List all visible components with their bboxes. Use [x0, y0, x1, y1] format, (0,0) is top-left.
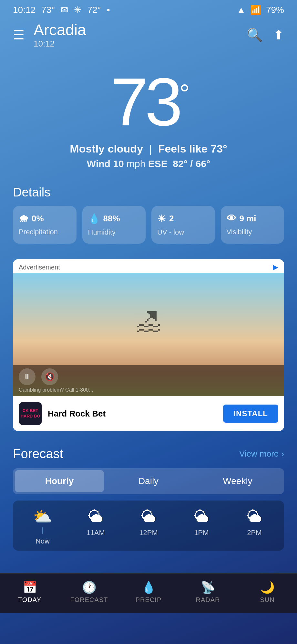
hour-2-time: 12PM: [139, 529, 158, 537]
forecast-icon: 🕐: [82, 581, 97, 594]
feels-like-value: 73°: [210, 143, 227, 155]
nav-sun-label: SUN: [260, 596, 274, 604]
header-icons: 🔍 ⬆: [247, 27, 284, 43]
nav-radar[interactable]: 📡 RADAR: [178, 574, 238, 613]
tab-daily[interactable]: Daily: [104, 470, 193, 492]
advertisement-section: Advertisement ▶ 🏖 ⏸ 🔇 Gambling problem? …: [13, 259, 284, 431]
precipitation-value: 0%: [32, 214, 44, 224]
main-temperature-section: 73° Mostly cloudy | Feels like 73° Wind …: [0, 55, 297, 176]
visibility-value: 9 mi: [240, 214, 256, 224]
sun-icon: 🌙: [260, 581, 275, 594]
chevron-right-icon: ›: [281, 449, 284, 459]
ad-disclaimer: Gambling problem? Call 1-800...: [19, 387, 278, 393]
hour-0-time: Now: [36, 537, 50, 545]
status-temp-right: 72°: [87, 5, 101, 15]
city-name: Arcadia: [34, 21, 86, 39]
ad-label: Advertisement: [19, 264, 60, 271]
forecast-title: Forecast: [13, 447, 63, 461]
dot-icon: •: [107, 5, 110, 15]
search-button[interactable]: 🔍: [247, 27, 263, 43]
view-more-label: View more: [239, 449, 279, 459]
ad-bottom: CK BETHARD BO Hard Rock Bet INSTALL: [13, 396, 284, 431]
precip-icon: 💧: [141, 581, 156, 594]
precipitation-label: Precipitation: [19, 228, 58, 236]
uv-icon: ☀: [157, 213, 166, 224]
condition-text: Mostly cloudy: [70, 143, 143, 155]
temperature-display: 73°: [13, 68, 284, 136]
humidity-top: 💧 88%: [88, 213, 120, 224]
precipitation-icon: 🌧: [19, 213, 28, 224]
wind-dir: ESE: [148, 158, 168, 169]
nav-precip[interactable]: 💧 PRECIP: [119, 574, 178, 613]
ad-pause-button[interactable]: ⏸: [19, 368, 36, 385]
ad-mute-button[interactable]: 🔇: [41, 368, 58, 385]
tab-hourly[interactable]: Hourly: [15, 470, 104, 492]
degree-symbol: °: [179, 79, 187, 108]
uv-value: 2: [169, 214, 174, 224]
high-low-sep: /: [190, 158, 193, 169]
view-more-button[interactable]: View more ›: [239, 449, 284, 459]
hour-0-rain: [42, 527, 43, 534]
temp-high: 82°: [173, 158, 187, 169]
hour-item-4: 🌥 2PM: [228, 508, 281, 545]
precipitation-card: 🌧 0% Precipitation: [13, 206, 77, 244]
nav-sun[interactable]: 🌙 SUN: [238, 574, 297, 613]
weather-wind-range: Wind 10 mph ESE 82° / 66°: [13, 158, 284, 169]
temperature-value: 73: [110, 64, 179, 140]
humidity-icon: 💧: [88, 213, 100, 224]
hour-item-3: 🌥 1PM: [175, 508, 228, 545]
gmail-icon: ✉: [61, 5, 68, 15]
nav-precip-label: PRECIP: [136, 596, 161, 604]
nav-today[interactable]: 📅 TODAY: [0, 574, 59, 613]
header-title: Arcadia 10:12: [34, 21, 86, 49]
temp-low: 66°: [196, 158, 210, 169]
wind-label: Wind: [87, 158, 110, 169]
nav-today-label: TODAY: [18, 596, 41, 604]
humidity-value: 88%: [103, 214, 120, 224]
ad-app-name: Hard Rock Bet: [48, 409, 217, 419]
hour-1-icon: 🌥: [88, 508, 103, 525]
ad-logo: CK BETHARD BO: [19, 402, 42, 425]
signal-icon: 📶: [250, 5, 261, 15]
precipitation-top: 🌧 0%: [19, 213, 44, 224]
hour-0-icon: ⛅: [33, 508, 52, 526]
hour-3-time: 1PM: [194, 529, 209, 537]
ad-choices-icon[interactable]: ▶: [273, 263, 278, 271]
feels-like-label: Feels like: [158, 143, 208, 155]
hour-1-time: 11AM: [86, 529, 105, 537]
share-button[interactable]: ⬆: [273, 27, 284, 43]
details-cards: 🌧 0% Precipitation 💧 88% Humidity ☀ 2 UV…: [13, 206, 284, 244]
local-time: 10:12: [34, 39, 86, 49]
hour-item-0: ⛅ Now: [16, 508, 69, 545]
status-temp-left: 73°: [41, 5, 55, 15]
forecast-section: Forecast View more › Hourly Daily Weekly…: [0, 440, 297, 554]
tab-weekly[interactable]: Weekly: [193, 470, 282, 492]
battery-text: 79%: [266, 5, 284, 15]
today-icon: 📅: [23, 581, 37, 594]
ad-video-controls-overlay: ⏸ 🔇 Gambling problem? Call 1-800...: [13, 365, 284, 396]
wind-speed: 10: [113, 158, 124, 169]
radar-icon: 📡: [201, 581, 215, 594]
uv-card: ☀ 2 UV - low: [151, 206, 215, 244]
status-right: ▲ 📶 79%: [237, 5, 284, 15]
visibility-top: 👁 9 mi: [227, 213, 256, 224]
details-title: Details: [13, 185, 284, 199]
details-section: Details 🌧 0% Precipitation 💧 88% Humidit…: [0, 176, 297, 250]
asterisk-icon: ✳: [74, 5, 81, 15]
hour-3-icon: 🌥: [194, 508, 209, 525]
nav-forecast[interactable]: 🕐 FORECAST: [59, 574, 119, 613]
humidity-label: Humidity: [88, 228, 116, 237]
hourly-forecast-strip: ⛅ Now 🌥 11AM 🌥 12PM 🌥 1PM 🌥 2PM: [13, 501, 284, 551]
visibility-icon: 👁: [227, 213, 236, 224]
hour-4-time: 2PM: [247, 529, 261, 537]
bottom-navigation: 📅 TODAY 🕐 FORECAST 💧 PRECIP 📡 RADAR 🌙 SU…: [0, 573, 297, 613]
ad-header: Advertisement ▶: [13, 259, 284, 273]
wifi-icon: ▲: [237, 5, 246, 15]
ad-install-button[interactable]: INSTALL: [223, 405, 278, 423]
humidity-card: 💧 88% Humidity: [82, 206, 146, 244]
menu-button[interactable]: ☰: [13, 27, 25, 42]
header: ☰ Arcadia 10:12 🔍 ⬆: [0, 18, 297, 55]
ad-video: 🏖 ⏸ 🔇 Gambling problem? Call 1-800...: [13, 273, 284, 396]
uv-top: ☀ 2: [157, 213, 174, 224]
beach-scene: 🏖: [136, 307, 161, 337]
